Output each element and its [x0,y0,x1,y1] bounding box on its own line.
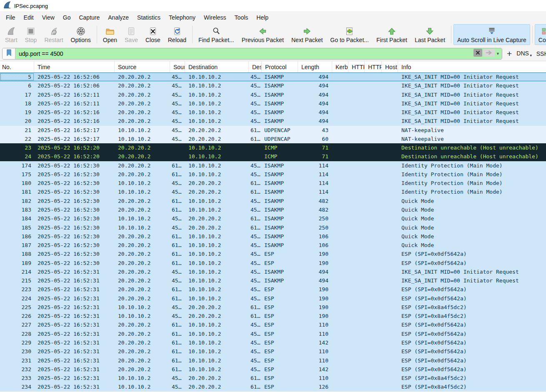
packet-row[interactable]: 202025-05-22 16:52:1620.20.20.245…10.10.… [0,117,546,125]
packet-row[interactable]: 1872025-05-22 16:52:3020.20.20.261…10.10… [0,241,546,250]
packet-row[interactable]: 182025-05-22 16:52:1120.20.20.245…10.10.… [0,99,546,108]
cell-http2 [365,214,382,223]
packet-row[interactable]: 2242025-05-22 16:52:3120.20.20.261…10.10… [0,294,546,303]
packet-row[interactable]: 1842025-05-22 16:52:3010.10.10.245…20.20… [0,214,546,223]
cell-host [382,73,398,81]
filter-add-button[interactable]: + [506,50,513,58]
menu-statistics[interactable]: Statistics [133,12,165,22]
packet-row[interactable]: 222025-05-22 16:52:1710.10.10.245…20.20.… [0,135,546,143]
menu-go[interactable]: Go [59,12,75,22]
column-header-7-length[interactable]: Length [298,61,332,72]
cell-length: 114 [298,187,332,196]
packet-row[interactable]: 1822025-05-22 16:52:3020.20.20.261…10.10… [0,197,546,205]
filter-bookmark-button[interactable] [3,48,15,59]
packet-row[interactable]: 2282025-05-22 16:52:3120.20.20.261…10.10… [0,330,546,338]
menu-telephony[interactable]: Telephony [165,12,200,22]
packet-row[interactable]: 2142025-05-22 16:52:3120.20.20.245…10.10… [0,267,546,276]
column-header-0-no[interactable]: No. [0,61,34,72]
cell-host [382,294,398,303]
menu-file[interactable]: File [2,12,20,22]
packet-row[interactable]: 2232025-05-22 16:52:3120.20.20.261…10.10… [0,285,546,294]
packet-row[interactable]: 2272025-05-22 16:52:3120.20.20.261…10.10… [0,320,546,329]
column-header-9-http[interactable]: HTTP [348,61,365,72]
cell-no: 187 [0,241,34,250]
cell-length: 190 [298,303,332,312]
toolbar-button-close[interactable]: Close [142,24,164,45]
packet-row[interactable]: 52025-05-22 16:52:0620.20.20.245…10.10.1… [0,72,546,81]
menu-capture[interactable]: Capture [75,12,104,22]
cell-http2 [365,374,382,382]
toolbar-button-next-packet[interactable]: Next Packet [288,24,326,45]
cell-source-port: 45… [170,303,185,312]
toolbar-button-go-to-packet[interactable]: Go to Packet... [326,24,373,45]
display-filter-control: udp.port == 4500 ▼ [2,48,502,60]
filter-history-dropdown[interactable]: ▼ [496,52,500,56]
toolbar-button-color[interactable]: Color [535,24,546,45]
column-header-12-info[interactable]: Info [398,61,546,72]
packet-row[interactable]: 2152025-05-22 16:52:3120.20.20.245…10.10… [0,276,546,285]
filter-shortcut-ssh[interactable]: SSH [536,50,546,57]
menu-analyze[interactable]: Analyze [104,12,133,22]
packet-row[interactable]: 2262025-05-22 16:52:3110.10.10.245…20.20… [0,312,546,320]
packet-row[interactable]: 2322025-05-22 16:52:3120.20.20.261…10.10… [0,365,546,374]
packet-row[interactable]: 2302025-05-22 16:52:3120.20.20.261…10.10… [0,347,546,356]
column-header-2-source[interactable]: Source [115,61,170,72]
packet-row[interactable]: 1862025-05-22 16:52:3020.20.20.261…10.10… [0,232,546,241]
cell-host [382,214,398,223]
menu-view[interactable]: View [38,12,59,22]
packet-row[interactable]: 62025-05-22 16:52:0620.20.20.245…10.10.1… [0,81,546,90]
filter-shortcut-dns[interactable]: DNS▼ [516,50,532,57]
packet-row[interactable]: 1852025-05-22 16:52:3010.10.10.245…20.20… [0,223,546,232]
column-header-8-kerb[interactable]: Kerb [332,61,348,72]
column-header-5-dest[interactable]: Dest [249,61,262,72]
filter-clear-button[interactable] [473,49,482,58]
column-header-6-protocol[interactable]: Protocol [262,61,298,72]
toolbar-button-label: Stop [25,37,37,44]
packet-row[interactable]: 2312025-05-22 16:52:3120.20.20.261…10.10… [0,356,546,365]
cell-http1 [348,214,365,223]
packet-row[interactable]: 1832025-05-22 16:52:3020.20.20.261…10.10… [0,205,546,214]
menu-tools[interactable]: Tools [230,12,253,22]
cell-no: 229 [0,338,34,347]
packet-row[interactable]: 2332025-05-22 16:52:3110.10.10.245…20.20… [0,374,546,382]
packet-row[interactable]: 242025-05-22 16:52:2020.20.20.210.10.10.… [0,152,546,161]
toolbar-button-previous-packet[interactable]: Previous Packet [238,24,288,45]
packet-row[interactable]: 1742025-05-22 16:52:3020.20.20.261…10.10… [0,161,546,170]
cell-http1 [348,320,365,329]
column-header-3-sour[interactable]: Sour [170,61,185,72]
packet-row[interactable]: 1812025-05-22 16:52:3010.10.10.245…20.20… [0,187,546,196]
toolbar-button-reload[interactable]: Reload [164,24,190,45]
menu-help[interactable]: Help [252,12,273,22]
cell-info: Destination unreachable (Host unreachabl… [398,152,546,161]
packet-row[interactable]: 192025-05-22 16:52:1620.20.20.245…10.10.… [0,108,546,117]
toolbar-button-options[interactable]: Options [67,24,95,45]
packet-row[interactable]: 1752025-05-22 16:52:3020.20.20.261…10.10… [0,170,546,179]
menu-edit[interactable]: Edit [20,12,38,22]
packet-row[interactable]: 1882025-05-22 16:52:3020.20.20.261…10.10… [0,250,546,258]
display-filter-input[interactable]: udp.port == 4500 [15,48,471,59]
menu-wireless[interactable]: Wireless [200,12,230,22]
autoscroll-icon [487,26,496,37]
toolbar-button-open[interactable]: Open [99,24,121,45]
packet-row[interactable]: 212025-05-22 16:52:1710.10.10.245…20.20.… [0,126,546,135]
column-header-4-destination[interactable]: Destination [185,61,249,72]
packet-row[interactable]: 1802025-05-22 16:52:3010.10.10.245…20.20… [0,179,546,187]
toolbar-button-first-packet[interactable]: First Packet [373,24,411,45]
column-header-10-http[interactable]: HTTP [365,61,382,72]
filter-apply-button[interactable] [483,49,495,58]
column-header-1-time[interactable]: Time [34,61,115,72]
column-header-11-host[interactable]: Host [382,61,398,72]
packet-row[interactable]: 2292025-05-22 16:52:3120.20.20.261…10.10… [0,338,546,347]
cell-host [382,187,398,196]
packet-row[interactable]: 172025-05-22 16:52:1120.20.20.245…10.10.… [0,90,546,99]
cell-kerb [332,223,348,232]
packet-row[interactable]: 1892025-05-22 16:52:3020.20.20.261…10.10… [0,259,546,267]
cell-kerb [332,108,348,117]
toolbar-button-auto-scroll-in-live-capture[interactable]: Auto Scroll in Live Capture [453,24,530,45]
cell-host [382,374,398,382]
packet-row[interactable]: 2342025-05-22 16:52:3110.10.10.245…20.20… [0,382,546,391]
packet-row[interactable]: 232025-05-22 16:52:2020.20.20.210.10.10.… [0,143,546,152]
toolbar-button-find-packet[interactable]: Find Packet... [195,24,238,45]
packet-row[interactable]: 2252025-05-22 16:52:3110.10.10.245…20.20… [0,303,546,312]
toolbar-button-last-packet[interactable]: Last Packet [411,24,449,45]
